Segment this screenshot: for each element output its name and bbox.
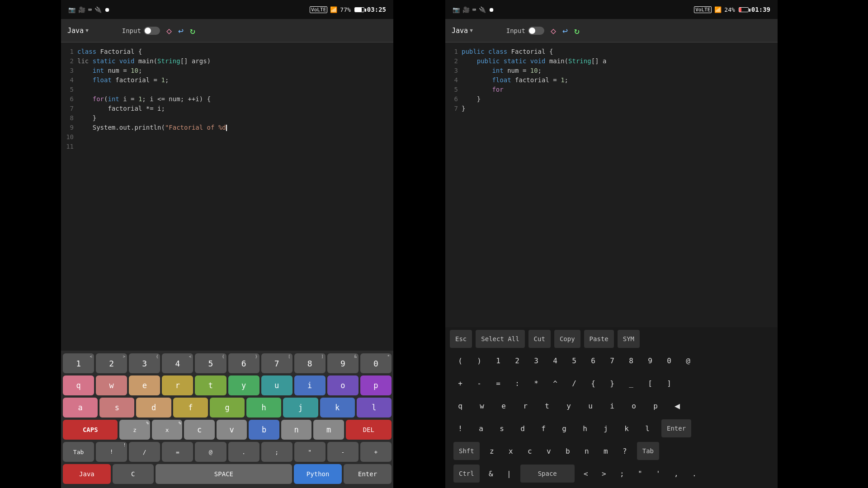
r-key-select-all[interactable]: Select All	[476, 330, 524, 348]
r-key-dot[interactable]: .	[688, 464, 701, 483]
key-d[interactable]: d	[136, 398, 171, 418]
key-at[interactable]: @	[195, 442, 226, 462]
r-key-minus[interactable]: -	[472, 373, 486, 393]
left-keyboard[interactable]: 1< 2> 3{ 4< 5{ 6} 7[ 8] 9& 0* q w e r t …	[61, 351, 393, 488]
r-key-q[interactable]: q	[453, 396, 467, 416]
key-z[interactable]: z%	[119, 420, 150, 440]
key-minus[interactable]: -	[327, 442, 359, 462]
r-key-star[interactable]: *	[529, 373, 543, 393]
key-s[interactable]: s	[99, 398, 134, 418]
r-key-lbracket[interactable]: [	[643, 373, 657, 393]
key-u[interactable]: u	[261, 375, 292, 395]
key-v[interactable]: v	[217, 420, 247, 440]
r-key-i[interactable]: i	[605, 396, 619, 416]
r-key-pipe[interactable]: |	[502, 464, 516, 483]
r-key-b[interactable]: b	[561, 441, 575, 461]
r-key-tab[interactable]: Tab	[637, 442, 659, 460]
r-key-lparen[interactable]: (	[453, 351, 467, 371]
key-r[interactable]: r	[162, 375, 193, 395]
r-key-sym3[interactable]: 3	[529, 351, 543, 371]
r-key-c[interactable]: c	[523, 441, 537, 461]
key-java[interactable]: Java	[63, 464, 111, 484]
r-key-fslash[interactable]: /	[567, 373, 581, 393]
right-lang-selector[interactable]: Java ▼	[452, 27, 473, 35]
r-key-sym5[interactable]: 5	[567, 351, 581, 371]
r-key-p[interactable]: p	[649, 396, 662, 416]
r-key-a[interactable]: a	[474, 418, 488, 438]
r-key-question[interactable]: ?	[618, 441, 632, 461]
r-key-sym6[interactable]: 6	[586, 351, 600, 371]
key-q[interactable]: q	[63, 375, 94, 395]
r-key-dquote[interactable]: "	[633, 464, 647, 483]
r-key-sym7[interactable]: 7	[605, 351, 619, 371]
left-input-toggle[interactable]: Input	[122, 27, 160, 35]
r-key-sym0[interactable]: 0	[662, 351, 676, 371]
left-toggle-switch[interactable]	[144, 27, 160, 35]
key-b[interactable]: b	[249, 420, 279, 440]
key-enter[interactable]: Enter	[344, 464, 392, 484]
right-redo-icon[interactable]: ↻	[574, 25, 580, 36]
r-key-semicolon-b[interactable]: ;	[615, 464, 629, 483]
key-c[interactable]: c	[184, 420, 214, 440]
r-key-v[interactable]: v	[542, 441, 556, 461]
r-key-sym[interactable]: SYM	[618, 330, 640, 348]
right-undo-icon[interactable]: ↩	[562, 25, 568, 36]
key-2[interactable]: 2>	[96, 353, 127, 373]
r-key-sym8[interactable]: 8	[624, 351, 638, 371]
r-key-sym2[interactable]: 2	[510, 351, 524, 371]
r-key-x[interactable]: x	[504, 441, 518, 461]
r-key-backspace[interactable]: ◀	[670, 396, 684, 416]
key-semicolon[interactable]: ;	[261, 442, 292, 462]
r-key-rbracket[interactable]: ]	[662, 373, 676, 393]
r-key-caret[interactable]: ^	[548, 373, 562, 393]
key-t[interactable]: t	[195, 375, 226, 395]
r-key-sym4[interactable]: 4	[548, 351, 562, 371]
right-toggle-switch[interactable]	[528, 27, 544, 35]
r-key-n[interactable]: n	[580, 441, 594, 461]
r-key-l[interactable]: l	[641, 418, 654, 438]
key-n[interactable]: n	[281, 420, 311, 440]
r-key-j[interactable]: j	[599, 418, 613, 438]
key-plus[interactable]: +	[360, 442, 392, 462]
r-key-m[interactable]: m	[599, 441, 613, 461]
key-del[interactable]: DEL	[346, 420, 392, 440]
key-w[interactable]: w	[96, 375, 127, 395]
key-period[interactable]: .	[228, 442, 259, 462]
key-8[interactable]: 8]	[294, 353, 326, 373]
r-key-plus[interactable]: +	[453, 373, 467, 393]
key-6[interactable]: 6}	[228, 353, 259, 373]
r-key-d[interactable]: d	[516, 418, 529, 438]
left-undo-icon[interactable]: ↩	[178, 25, 184, 36]
key-c-lang[interactable]: C	[113, 464, 154, 484]
r-key-cut[interactable]: Cut	[528, 330, 551, 348]
key-3[interactable]: 3{	[129, 353, 160, 373]
r-key-g[interactable]: g	[557, 418, 571, 438]
r-key-ctrl[interactable]: Ctrl	[453, 465, 480, 483]
r-key-underscore[interactable]: _	[624, 373, 638, 393]
key-a[interactable]: a	[63, 398, 98, 418]
r-key-rparen[interactable]: )	[472, 351, 486, 371]
r-key-y[interactable]: y	[562, 396, 576, 416]
r-key-space[interactable]: Space	[520, 465, 575, 483]
left-lang-selector[interactable]: Java ▼	[67, 27, 89, 35]
key-9[interactable]: 9&	[327, 353, 359, 373]
r-key-eq[interactable]: =	[491, 373, 505, 393]
key-7[interactable]: 7[	[261, 353, 292, 373]
r-key-sym9[interactable]: 9	[643, 351, 657, 371]
r-key-w[interactable]: w	[475, 396, 489, 416]
r-key-lbrace[interactable]: {	[586, 373, 600, 393]
key-p[interactable]: p	[360, 375, 392, 395]
key-h[interactable]: h	[246, 398, 281, 418]
r-key-k[interactable]: k	[620, 418, 633, 438]
left-code-editor[interactable]: 12345 67891011 class Factorial { lic sta…	[61, 42, 393, 351]
r-key-h[interactable]: h	[578, 418, 592, 438]
r-key-t[interactable]: t	[540, 396, 554, 416]
r-key-e[interactable]: e	[497, 396, 510, 416]
r-key-rbrace[interactable]: }	[605, 373, 619, 393]
key-tab[interactable]: Tab	[63, 442, 94, 462]
key-equals[interactable]: =	[162, 442, 193, 462]
key-4[interactable]: 4<	[162, 353, 193, 373]
key-slash[interactable]: /	[129, 442, 160, 462]
right-input-toggle[interactable]: Input	[506, 27, 544, 35]
key-j[interactable]: j	[283, 398, 318, 418]
